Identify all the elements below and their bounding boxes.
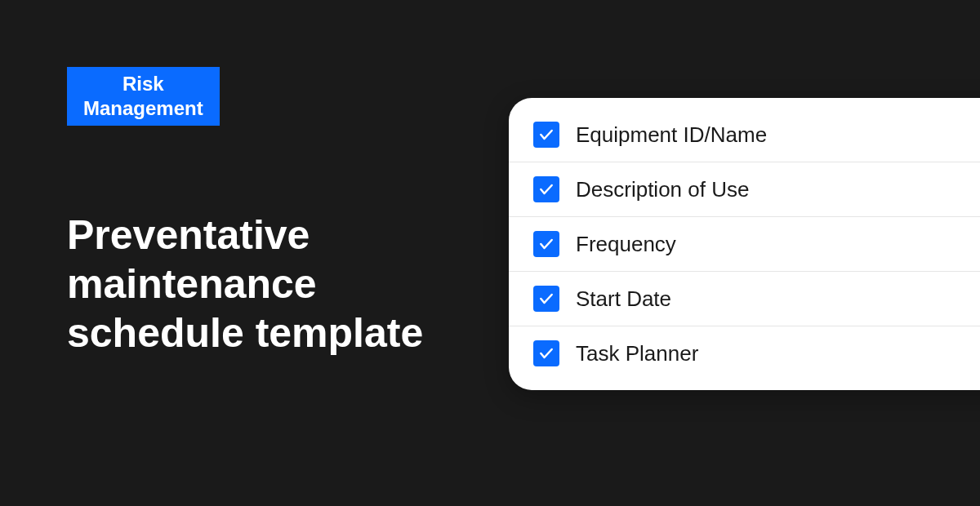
list-item: Start Date xyxy=(509,272,980,326)
list-item: Description of Use xyxy=(509,162,980,217)
banner-container: Risk Management Preventative maintenance… xyxy=(0,0,980,506)
list-item-label: Task Planner xyxy=(576,341,698,366)
category-tag: Risk Management xyxy=(67,67,220,126)
tag-text-line1: Risk xyxy=(122,73,164,95)
checkbox-checked-icon xyxy=(533,340,559,366)
list-item-label: Start Date xyxy=(576,286,671,312)
list-item: Frequency xyxy=(509,217,980,272)
tag-text-line2: Management xyxy=(83,97,203,119)
list-item: Task Planner xyxy=(509,326,980,380)
list-item-label: Frequency xyxy=(576,232,676,257)
page-title: Preventative maintenance schedule templa… xyxy=(67,211,475,357)
checkbox-checked-icon xyxy=(533,231,559,257)
list-item-label: Description of Use xyxy=(576,177,749,202)
list-item-label: Equipment ID/Name xyxy=(576,122,767,148)
checkbox-checked-icon xyxy=(533,176,559,202)
checkbox-checked-icon xyxy=(533,122,559,148)
list-item: Equipment ID/Name xyxy=(509,108,980,162)
checklist-card: Equipment ID/Name Description of Use Fre… xyxy=(509,98,980,390)
checkbox-checked-icon xyxy=(533,286,559,312)
